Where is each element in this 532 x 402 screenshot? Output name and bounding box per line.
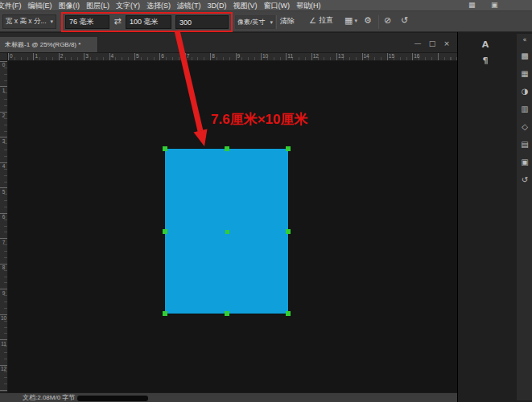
chevron-down-icon: ▾ [354,18,357,24]
menu: 文件(F)编辑(E)图像(I)图层(L)文字(Y)选择(S)滤镜(T)3D(D)… [0,0,532,11]
restore-button[interactable]: □ [427,39,438,49]
chevron-down-icon: ▾ [270,19,273,26]
window-controls: — □ × [412,39,452,49]
ruler-number: 0 [0,61,7,87]
straighten-label: 拉直 [319,15,333,26]
menu-item[interactable]: 图层(L) [83,0,113,11]
workspace-icon[interactable]: ▦ [468,1,476,9]
history-panel-icon[interactable]: ↺ [518,174,532,186]
crop-handle[interactable] [286,146,291,151]
document-image[interactable] [165,149,288,314]
paragraph-panel-icon[interactable]: ¶ [478,55,493,67]
clear-button[interactable]: 清除 [280,16,295,27]
ruler-number: 13 [336,53,361,60]
layers-panel-icon[interactable]: ▤ [518,138,532,150]
menu-item[interactable]: 3D(D) [204,0,230,11]
crop-preset-label: 宽 x 高 x 分... [6,17,47,27]
channels-panel-icon[interactable]: ▣ [518,156,532,168]
document-tab-bar: 未标题-1 @ 25%(RGB/8) * — □ × [0,33,457,53]
libraries-panel-icon[interactable]: ▥ [518,103,532,115]
ruler-corner [0,53,8,61]
photoshop-window: 文件(F)编辑(E)图像(I)图层(L)文字(Y)选择(S)滤镜(T)3D(D)… [0,0,532,402]
crop-height-input[interactable] [126,15,171,29]
scrollbar-thumb[interactable] [77,396,148,401]
ruler-number: 6 [0,213,7,239]
ruler-number: 10 [0,314,7,340]
ruler-number: 12 [311,53,336,60]
document-title: 未标题-1 @ 25%(RGB/8) * [0,37,97,52]
crop-handle[interactable] [286,229,291,234]
document-info: 文档:2.08M/0 字节 [23,393,75,402]
ruler-number: 11 [286,53,311,60]
crop-handle[interactable] [286,311,291,316]
ruler-number: 0 [8,53,33,60]
ruler-number: 6 [159,53,184,60]
ruler-number: 11 [0,340,7,366]
crop-handle[interactable] [163,146,167,151]
swatches-panel-icon[interactable]: ▦ [518,68,532,80]
ruler-number: 7 [0,239,7,265]
grid-overlay-icon: ▦ [344,15,353,26]
overlay-options-button[interactable]: ▦ ▾ [344,15,357,26]
separator [378,15,379,29]
crop-handle[interactable] [163,311,167,316]
crop-preset-dropdown[interactable]: 宽 x 高 x 分... ▾ [2,14,56,29]
vertical-ruler: 0123456789101112 [0,61,8,392]
collapse-panels-icon[interactable]: « [518,36,532,44]
crop-center-marker[interactable] [225,230,229,234]
crop-options-bar: 宽 x 高 x 分... ▾ ⇄ 像素/英寸 ▾ 清除 ∠ 拉直 ▦ ▾ ⚙ ⊘… [0,11,532,32]
swap-dimensions-icon[interactable]: ⇄ [112,16,123,27]
menu-item[interactable]: 文件(F) [0,0,25,11]
status-bar: 文档:2.08M/0 字节 [0,392,457,402]
color-panel-icon[interactable]: ▩ [518,50,532,62]
menu-item[interactable]: 选择(S) [143,0,174,11]
panel-toggle-icon[interactable]: ▣ [491,1,498,9]
ruler-number: 4 [109,53,134,60]
menu-item[interactable]: 文字(Y) [113,0,143,11]
crop-resolution-input[interactable] [175,15,229,29]
ruler-number: 8 [0,264,7,289]
ruler-number: 5 [0,188,7,214]
ruler-number: 3 [84,53,109,60]
ruler-number: 1 [33,53,58,60]
reset-crop-icon[interactable]: ↺ [401,15,408,26]
crop-width-input[interactable] [65,15,109,29]
menu-item[interactable]: 编辑(E) [25,0,56,11]
ruler-number: 2 [59,53,84,60]
ruler-number: 15 [387,53,412,60]
ruler-number: 3 [0,137,7,163]
close-button[interactable]: × [441,39,452,49]
crop-handle[interactable] [163,229,167,234]
straighten-button[interactable]: ∠ 拉直 [309,15,333,26]
character-panel-icon[interactable]: A [478,39,493,51]
ruler-number: 10 [261,53,286,60]
resolution-unit-dropdown[interactable]: 像素/英寸 ▾ [235,15,275,29]
ruler-number: 14 [361,53,386,60]
menu-bar: 文件(F)编辑(E)图像(I)图层(L)文字(Y)选择(S)滤镜(T)3D(D)… [0,0,532,11]
adjustments-panel-icon[interactable]: ◑ [518,85,532,97]
ruler-number: 8 [210,53,235,60]
panel-dock-primary: « ▩ ▦ ◑ ▥ ◇ ▤ ▣ ↺ [517,34,532,400]
resolution-unit-label: 像素/英寸 [237,18,265,27]
menu-item[interactable]: 视图(V) [230,0,261,11]
ruler-number: 5 [134,53,159,60]
ruler-number: 9 [236,53,261,60]
minimize-button[interactable]: — [412,39,423,49]
crop-handle[interactable] [225,146,229,151]
cancel-crop-icon[interactable]: ⊘ [384,15,391,26]
ruler-number: 1 [0,87,7,113]
styles-panel-icon[interactable]: ◇ [518,121,532,133]
panel-dock-secondary: A ¶ [476,39,495,67]
menu-item[interactable]: 图像(I) [56,0,84,11]
horizontal-ruler: 012345678910111213141516 [8,53,457,61]
menu-item[interactable]: 窗口(W) [261,0,294,11]
menu-item[interactable]: 帮助(H) [293,0,324,11]
menu-item[interactable]: 滤镜(T) [174,0,204,11]
ruler-number: 4 [0,162,7,188]
ruler-number: 12 [0,365,7,391]
crop-settings-gear-icon[interactable]: ⚙ [364,15,372,26]
crop-handle[interactable] [225,311,229,316]
separator [276,15,277,29]
panel-dock-area: A ¶ « ▩ ▦ ◑ ▥ ◇ ▤ ▣ ↺ [457,32,532,402]
document-tab[interactable]: 未标题-1 @ 25%(RGB/8) * [0,37,98,52]
